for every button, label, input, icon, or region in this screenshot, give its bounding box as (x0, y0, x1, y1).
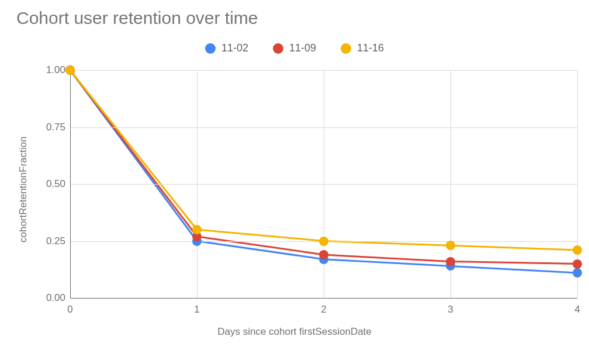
ytick-label: 0.50 (36, 178, 65, 190)
data-marker (573, 268, 582, 278)
data-marker (319, 237, 328, 246)
xtick-label: 3 (448, 304, 453, 316)
xtick-label: 1 (194, 304, 199, 316)
gridline-v (197, 70, 198, 298)
xtick-label: 0 (67, 304, 72, 316)
data-marker (319, 250, 328, 259)
data-marker (446, 257, 455, 266)
chart-lines (0, 0, 589, 364)
ytick-label: 1.00 (36, 64, 65, 76)
y-axis-line (70, 70, 71, 298)
data-marker (65, 65, 75, 75)
ytick-label: 0.75 (36, 122, 65, 133)
data-marker (446, 241, 455, 250)
data-marker (192, 225, 202, 234)
xtick-label: 2 (321, 304, 326, 316)
x-axis-line (70, 298, 577, 299)
data-marker (573, 245, 582, 255)
plot-area: 0.000.250.500.751.0001234 (0, 0, 589, 364)
ytick-label: 0.25 (36, 235, 65, 247)
xaxis-title: Days since cohort firstSessionDate (0, 326, 589, 338)
data-marker (573, 259, 582, 269)
xtick-label: 4 (574, 304, 580, 316)
yaxis-title: cohortRetentionFraction (18, 137, 29, 242)
ytick-label: 0.00 (36, 292, 65, 304)
